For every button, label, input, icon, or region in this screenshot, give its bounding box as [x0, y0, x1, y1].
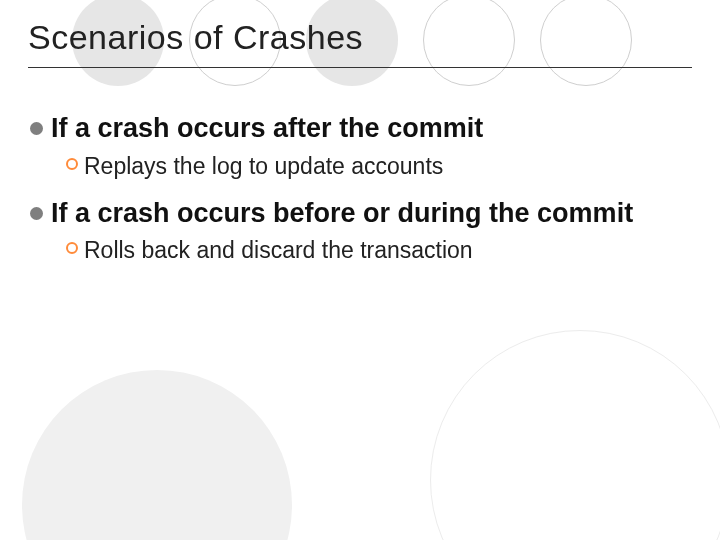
bullet-dot-icon — [30, 122, 43, 135]
bullet-text: If a crash occurs before or during the c… — [51, 197, 692, 231]
bullet-level2: Rolls back and discard the transaction — [66, 236, 692, 265]
decor-circle-large-outline — [430, 330, 720, 540]
bullet-level2: Replays the log to update accounts — [66, 152, 692, 181]
bullet-dot-icon — [30, 207, 43, 220]
bullet-level1: If a crash occurs after the commit — [30, 112, 692, 146]
bullet-text: If a crash occurs after the commit — [51, 112, 692, 146]
bullet-subtext: Replays the log to update accounts — [84, 152, 692, 181]
slide-title: Scenarios of Crashes — [28, 18, 692, 68]
decor-circle-large-fill — [22, 370, 292, 540]
bullet-subtext: Rolls back and discard the transaction — [84, 236, 692, 265]
bullet-ring-icon — [66, 242, 78, 254]
bullet-level1: If a crash occurs before or during the c… — [30, 197, 692, 231]
bullet-ring-icon — [66, 158, 78, 170]
slide-content: Scenarios of Crashes If a crash occurs a… — [0, 0, 720, 265]
